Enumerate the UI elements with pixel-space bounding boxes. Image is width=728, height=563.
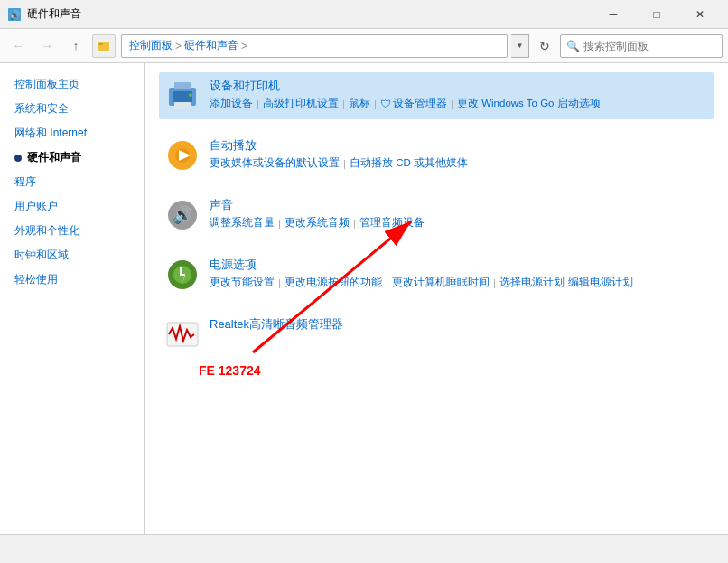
sidebar-item-home-label: 控制面板主页 (14, 77, 79, 92)
search-input[interactable] (583, 40, 719, 52)
link-power-save[interactable]: 更改节能设置 (210, 276, 275, 289)
category-devices-printers: 设备和打印机 添加设备 | 高级打印机设置 | 鼠标 | 🛡 设备管理器 | 更… (159, 72, 714, 119)
sidebar-item-clock-label: 时钟和区域 (14, 248, 69, 263)
sidebar-item-security[interactable]: 系统和安全 (0, 97, 144, 121)
realtek-content: Realtek高清晰音频管理器 (210, 316, 708, 335)
sidebar-item-clock[interactable]: 时钟和区域 (0, 243, 144, 267)
status-bar (0, 534, 728, 563)
folder-icon (98, 40, 110, 52)
sound-links: 调整系统音量 | 更改系统音频 | 管理音频设备 (210, 216, 708, 230)
sidebar-item-programs[interactable]: 程序 (0, 170, 144, 194)
sidebar-item-programs-label: 程序 (14, 174, 36, 190)
svg-rect-8 (173, 91, 192, 102)
sidebar-item-accessibility-label: 轻松使用 (14, 272, 58, 287)
search-box[interactable]: 🔍 (560, 34, 723, 58)
close-button[interactable]: ✕ (679, 0, 721, 29)
svg-point-11 (189, 93, 192, 97)
svg-rect-10 (174, 102, 191, 109)
devices-printers-title[interactable]: 设备和打印机 (210, 78, 708, 94)
shield-icon: 🛡 (380, 98, 391, 110)
path-controlpanel[interactable]: 控制面板 (129, 38, 173, 53)
link-advanced-print[interactable]: 高级打印机设置 (263, 97, 339, 110)
category-realtek: Realtek高清晰音频管理器 (159, 311, 714, 358)
window-controls: ─ □ ✕ (593, 0, 721, 29)
sidebar-item-hardware[interactable]: 硬件和声音 (0, 145, 144, 170)
sound-content: 声音 调整系统音量 | 更改系统音频 | 管理音频设备 (210, 197, 708, 230)
power-title[interactable]: 电源选项 (210, 257, 708, 273)
back-button[interactable]: ← (5, 34, 31, 58)
svg-text:🔊: 🔊 (9, 9, 21, 21)
link-change-audio[interactable]: 更改系统音频 (285, 216, 350, 230)
devices-printers-content: 设备和打印机 添加设备 | 高级打印机设置 | 鼠标 | 🛡 设备管理器 | 更… (210, 78, 708, 110)
sidebar-item-security-label: 系统和安全 (14, 101, 69, 117)
svg-rect-9 (174, 82, 191, 89)
content-area: FE 123724 设备和打印机 添加设备 | 高级打印机设置 | (145, 63, 728, 534)
minimize-button[interactable]: ─ (593, 0, 634, 29)
address-bar: ← → ↑ 控制面板 > 硬件和声音 > ▼ ↻ 🔍 (0, 29, 728, 63)
power-content: 电源选项 更改节能设置 | 更改电源按钮的功能 | 更改计算机睡眠时间 | 选择… (210, 257, 708, 289)
realtek-icon (164, 316, 201, 352)
maximize-button[interactable]: □ (636, 0, 677, 29)
refresh-button[interactable]: ↻ (533, 34, 556, 58)
autoplay-title[interactable]: 自动播放 (210, 137, 708, 154)
link-sleep-time[interactable]: 更改计算机睡眠时间 (392, 276, 490, 289)
sidebar-item-users-label: 用户账户 (14, 199, 58, 214)
link-change-media-default[interactable]: 更改媒体或设备的默认设置 (210, 156, 340, 170)
sidebar: 控制面板主页 系统和安全 网络和 Internet 硬件和声音 程序 用户账户 … (0, 63, 145, 534)
realtek-title[interactable]: Realtek高清晰音频管理器 (210, 316, 708, 333)
link-add-device[interactable]: 添加设备 (210, 97, 253, 110)
sidebar-item-home[interactable]: 控制面板主页 (0, 72, 144, 97)
link-edit-plan[interactable]: 编辑电源计划 (568, 276, 633, 289)
category-power: 电源选项 更改节能设置 | 更改电源按钮的功能 | 更改计算机睡眠时间 | 选择… (159, 251, 714, 298)
main-layout: 控制面板主页 系统和安全 网络和 Internet 硬件和声音 程序 用户账户 … (0, 63, 728, 534)
window-icon: 🔊 (7, 7, 22, 22)
link-device-manager[interactable]: 设备管理器 (393, 97, 447, 110)
svg-text:FE 123724: FE 123724 (199, 363, 261, 378)
svg-rect-3 (98, 43, 103, 45)
link-choose-plan[interactable]: 选择电源计划 (499, 276, 565, 289)
sidebar-item-users[interactable]: 用户账户 (0, 194, 144, 219)
sidebar-item-network-label: 网络和 Internet (14, 126, 87, 141)
autoplay-content: 自动播放 更改媒体或设备的默认设置 | 自动播放 CD 或其他媒体 (210, 137, 708, 170)
search-icon: 🔍 (566, 40, 580, 52)
window-title: 硬件和声音 (27, 6, 593, 22)
up-button[interactable]: ↑ (63, 34, 89, 58)
link-adjust-volume[interactable]: 调整系统音量 (210, 216, 275, 230)
devices-printers-icon (164, 78, 201, 114)
forward-button[interactable]: → (34, 34, 60, 58)
category-sound: 🔊 声音 调整系统音量 | 更改系统音频 | 管理音频设备 (159, 192, 714, 239)
category-autoplay: 自动播放 更改媒体或设备的默认设置 | 自动播放 CD 或其他媒体 (159, 132, 714, 179)
active-bullet (14, 155, 22, 162)
link-mouse[interactable]: 鼠标 (349, 97, 370, 110)
sidebar-item-appearance[interactable]: 外观和个性化 (0, 219, 144, 243)
svg-text:🔊: 🔊 (173, 205, 193, 225)
link-manage-audio[interactable]: 管理音频设备 (359, 216, 425, 230)
devices-printers-links: 添加设备 | 高级打印机设置 | 鼠标 | 🛡 设备管理器 | 更改 Windo… (210, 97, 708, 110)
sound-icon: 🔊 (164, 197, 201, 233)
address-dropdown[interactable]: ▼ (511, 34, 529, 58)
path-hardware[interactable]: 硬件和声音 (184, 38, 238, 53)
sound-title[interactable]: 声音 (210, 197, 708, 213)
link-autoplay-cd[interactable]: 自动播放 CD 或其他媒体 (350, 156, 468, 170)
link-windows-to-go[interactable]: 更改 Windows To Go 启动选项 (457, 97, 601, 110)
sidebar-item-accessibility[interactable]: 轻松使用 (0, 267, 144, 292)
sidebar-item-hardware-label: 硬件和声音 (27, 150, 81, 165)
sidebar-item-appearance-label: 外观和个性化 (14, 223, 79, 239)
autoplay-icon (164, 137, 201, 174)
address-path[interactable]: 控制面板 > 硬件和声音 > (121, 34, 508, 58)
title-bar: 🔊 硬件和声音 ─ □ ✕ (0, 0, 728, 29)
sidebar-item-network[interactable]: 网络和 Internet (0, 121, 144, 145)
autoplay-links: 更改媒体或设备的默认设置 | 自动播放 CD 或其他媒体 (210, 156, 708, 170)
link-power-button[interactable]: 更改电源按钮的功能 (285, 276, 382, 289)
power-icon (164, 257, 201, 293)
power-links: 更改节能设置 | 更改电源按钮的功能 | 更改计算机睡眠时间 | 选择电源计划 … (210, 276, 708, 289)
